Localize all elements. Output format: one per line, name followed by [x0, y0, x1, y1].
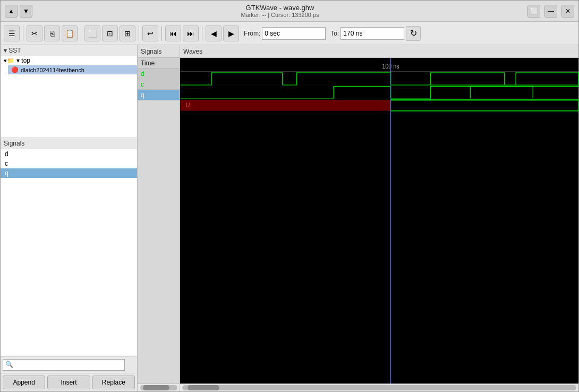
sst-tree[interactable]: ▾📁 ▾ top 🔴 dlatch2024114testbench: [1, 56, 137, 138]
titlebar: ▲ ▼ GTKWave - wave.ghw Marker: -- | Curs…: [1, 1, 578, 22]
waves-col-header: Waves: [180, 45, 578, 57]
sig-scrollbar-track[interactable]: [140, 385, 177, 390]
signals-bottom-header: Signals: [1, 138, 137, 149]
menu-button[interactable]: ☰: [4, 25, 20, 41]
sig-scroll-area: [138, 384, 180, 391]
window-title: GTKWave - wave.ghw: [246, 4, 314, 12]
bottom-scrollbars: [138, 384, 578, 391]
to-label: To:: [330, 30, 339, 37]
toolbar-sep-3: [139, 26, 139, 41]
signals-actions: Append Insert Replace: [1, 373, 137, 391]
sig-row-d: d: [138, 69, 180, 79]
left-panel: ▾ SST ▾📁 ▾ top 🔴 dlatch2024114testbench …: [1, 45, 138, 391]
search-wrapper: 🔍: [3, 359, 125, 371]
sig-row-c: c: [138, 79, 180, 90]
titlebar-left: ▲ ▼: [5, 5, 32, 18]
undo-button[interactable]: ↩: [142, 25, 158, 41]
signals-names-col: Time d c q: [138, 58, 180, 384]
fast-forward-button[interactable]: ⏭: [183, 25, 199, 41]
folder-icon: ▾📁: [4, 57, 14, 64]
wave-scrollbar-thumb[interactable]: [188, 385, 219, 390]
signals-bottom-panel: Signals d c q 🔍 Append Insert Replace: [1, 138, 137, 391]
zoom-select-button[interactable]: ⊞: [120, 25, 135, 41]
sig-c-label: c: [141, 81, 144, 88]
from-label: From:: [244, 30, 260, 37]
main-window: ▲ ▼ GTKWave - wave.ghw Marker: -- | Curs…: [0, 0, 579, 392]
close-button[interactable]: ✕: [561, 5, 574, 18]
copy-button[interactable]: ⎘: [44, 25, 60, 41]
toolbar-sep-2: [81, 26, 81, 41]
time-label: Time: [141, 59, 155, 67]
sst-header: ▾ SST: [1, 45, 137, 56]
insert-button[interactable]: Insert: [47, 376, 90, 389]
svg-text:U: U: [186, 101, 190, 108]
toolbar: ☰ ✂ ⎘ 📋 ⬜ ⊡ ⊞ ↩ ⏮ ⏭ ◀ ▶ From: To: ↻: [1, 22, 578, 45]
zoom-fit-button[interactable]: ⊡: [102, 25, 118, 41]
scroll-down-button[interactable]: ▼: [20, 5, 32, 18]
refresh-button[interactable]: ↻: [406, 26, 421, 41]
scroll-up-button[interactable]: ▲: [5, 5, 18, 18]
tree-item-top-label: ▾ top: [16, 57, 30, 64]
search-icon: 🔍: [5, 361, 13, 368]
module-icon: 🔴: [11, 66, 19, 73]
main-area: ▾ SST ▾📁 ▾ top 🔴 dlatch2024114testbench …: [1, 45, 578, 391]
svg-rect-4: [180, 100, 390, 110]
time-row: Time: [138, 58, 180, 69]
prev-button[interactable]: ◀: [206, 25, 222, 41]
toolbar-sep-4: [161, 26, 162, 41]
paste-button[interactable]: 📋: [62, 25, 78, 41]
append-button[interactable]: Append: [3, 376, 45, 389]
minimize-button[interactable]: —: [544, 5, 557, 18]
waveform-svg: 100 ns U: [180, 58, 578, 384]
sig-q-label: q: [141, 91, 144, 99]
waves-header-row: Signals Waves: [138, 45, 578, 58]
window-subtitle: Marker: -- | Cursor: 133200 ps: [241, 12, 319, 18]
signals-search-area: 🔍: [1, 356, 137, 373]
search-input[interactable]: [3, 359, 125, 371]
signals-col-header: Signals: [138, 45, 180, 57]
cut-button[interactable]: ✂: [27, 25, 42, 41]
tree-item-dlatch-label: dlatch2024114testbench: [21, 67, 84, 73]
first-button[interactable]: ⏮: [165, 25, 181, 41]
toolbar-sep-1: [23, 26, 23, 41]
titlebar-center: GTKWave - wave.ghw Marker: -- | Cursor: …: [32, 4, 527, 18]
replace-button[interactable]: Replace: [92, 376, 135, 389]
waveform-area[interactable]: 100 ns U: [180, 58, 578, 384]
from-input[interactable]: [262, 27, 326, 40]
to-input[interactable]: [340, 27, 404, 40]
right-panel: Signals Waves Time d c q: [138, 45, 578, 391]
select-all-button[interactable]: ⬜: [84, 25, 100, 41]
maximize-button[interactable]: ⬜: [527, 5, 540, 18]
sst-panel: ▾ SST ▾📁 ▾ top 🔴 dlatch2024114testbench: [1, 45, 137, 138]
titlebar-right: ⬜ — ✕: [527, 5, 574, 18]
sig-scrollbar-thumb[interactable]: [143, 385, 169, 390]
wave-scrollbar-track[interactable]: [182, 385, 576, 390]
wave-scroll-area: [180, 384, 578, 391]
waves-content: Time d c q: [138, 58, 578, 384]
toolbar-sep-5: [202, 26, 202, 41]
tree-item-top[interactable]: ▾📁 ▾ top: [1, 56, 137, 65]
next-button[interactable]: ▶: [223, 25, 239, 41]
sig-d-label: d: [141, 70, 144, 78]
signal-item-d[interactable]: d: [1, 149, 137, 159]
sig-row-q: q: [138, 90, 180, 100]
signals-list[interactable]: d c q: [1, 149, 137, 356]
tree-item-dlatch[interactable]: 🔴 dlatch2024114testbench: [8, 65, 137, 74]
signal-item-q[interactable]: q: [1, 168, 137, 178]
signal-item-c[interactable]: c: [1, 159, 137, 168]
